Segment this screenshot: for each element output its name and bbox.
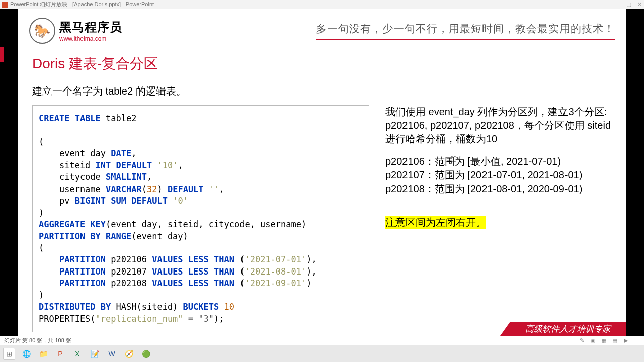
more-icon[interactable]: ⋯ [634,337,640,344]
reading-view-icon[interactable]: ▤ [612,337,618,344]
partition-spec-2: p202107：范围为 [2021-07-01, 2021-08-01) [385,168,612,182]
partition-spec-3: p202108：范围为 [2021-08-01, 2020-09-01) [385,182,612,196]
slide-header: 🐎 黑马程序员 www.itheima.com 多一句没有，少一句不行，用最短时… [18,9,626,45]
close-icon[interactable]: ✕ [637,1,642,8]
window-titlebar: PowerPoint 幻灯片放映 - [Apache Doris.pptx] -… [0,0,644,9]
powerpoint-icon [2,2,8,8]
app-icon[interactable]: 🟢 [140,348,152,360]
horse-icon: 🐎 [29,18,55,44]
view-controls[interactable]: ✎ ▣ ▦ ▤ ▶ ⋯ [579,337,640,344]
slide: 🐎 黑马程序员 www.itheima.com 多一句没有，少一句不行，用最短时… [18,9,626,336]
normal-view-icon[interactable]: ▣ [590,337,596,344]
explanation: 我们使用 event_day 列作为分区列，建立3个分区: p202106, p… [385,105,612,332]
explain-paragraph: 我们使用 event_day 列作为分区列，建立3个分区: p202106, p… [385,105,612,146]
excel-icon[interactable]: X [71,348,84,360]
brand-name: 黑马程序员 [59,19,122,35]
slideshow-stage: 🐎 黑马程序员 www.itheima.com 多一句没有，少一句不行，用最短时… [0,9,644,336]
cursor-icon: ⬚ [450,154,457,162]
window-controls[interactable]: — ▢ ✕ [615,1,642,8]
tagline: 多一句没有，少一句不行，用最短时间，教会最实用的技术！ [316,22,615,40]
slide-subtitle: 建立一个名字为 table2 的逻辑表。 [18,73,626,105]
powerpoint-task-icon[interactable]: P [54,348,66,360]
slide-counter: 幻灯片 第 80 张，共 108 张 [4,337,71,344]
accent-strip [0,47,4,62]
highlight-note: 注意区间为左闭右开。 [385,216,486,229]
footer-band: 高级软件人才培训专家 [510,322,626,336]
minimize-icon[interactable]: — [615,1,620,8]
explorer-icon[interactable]: 📁 [37,348,49,360]
brand-url: www.itheima.com [59,35,122,42]
logo: 🐎 黑马程序员 www.itheima.com [29,18,122,44]
partition-spec-1: p202106：范围为 [最小值, 2021-07-01) [385,155,612,168]
chrome-icon[interactable]: 🌐 [20,348,32,360]
pen-icon[interactable]: ✎ [579,337,585,344]
taskbar[interactable]: ⊞ 🌐 📁 P X 📝 W 🧭 🟢 [0,345,644,362]
browser-icon[interactable]: 🧭 [123,348,135,360]
maximize-icon[interactable]: ▢ [626,1,631,8]
status-bar: 幻灯片 第 80 张，共 108 张 ✎ ▣ ▦ ▤ ▶ ⋯ [0,336,644,345]
code-block: CREATE TABLE table2 ( event_day DATE, si… [32,105,369,332]
start-icon[interactable]: ⊞ [3,348,15,360]
sorter-view-icon[interactable]: ▦ [601,337,607,344]
slide-title: Doris 建表-复合分区 [18,45,626,73]
window-title: PowerPoint 幻灯片放映 - [Apache Doris.pptx] -… [10,1,154,8]
notes-icon[interactable]: 📝 [89,348,101,360]
slideshow-view-icon[interactable]: ▶ [623,337,629,344]
word-icon[interactable]: W [106,348,118,360]
